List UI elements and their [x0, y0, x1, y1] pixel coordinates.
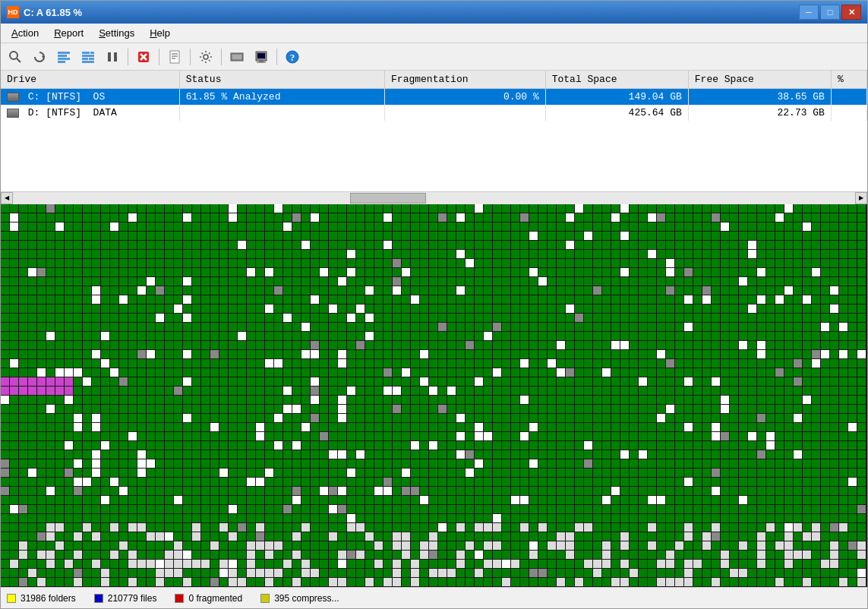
drive-c-pct [831, 89, 866, 106]
fragmented-icon [175, 594, 184, 603]
minimize-button[interactable]: ─ [799, 5, 819, 20]
menu-settings[interactable]: Settings [91, 25, 142, 41]
fragmented-label: 0 fragmented [188, 593, 242, 604]
title-bar: HD C: A 61.85 % ─ □ ✕ [1, 1, 867, 24]
drive-d-free: 22.73 GB [688, 105, 831, 121]
defrag-offline-button[interactable] [226, 46, 248, 68]
drive-d-label: D: [NTFS] DATA [1, 105, 179, 121]
table-row[interactable]: C: [NTFS] OS 61.85 % Analyzed 0.00 % 149… [1, 89, 867, 106]
maximize-button[interactable]: □ [820, 5, 840, 20]
drive-table: Drive Status Fragmentation Total Space F… [1, 71, 867, 121]
col-total-space: Total Space [545, 71, 688, 89]
svg-point-22 [204, 55, 208, 59]
svg-rect-10 [82, 58, 88, 60]
frag-canvas [1, 204, 867, 587]
svg-rect-13 [108, 52, 111, 62]
refresh-button[interactable] [28, 46, 51, 68]
status-compressed: 395 compress... [260, 593, 339, 604]
svg-rect-26 [257, 53, 265, 58]
boot-defrag-button[interactable] [250, 46, 273, 68]
analyze-button[interactable] [4, 46, 27, 68]
folders-label: 31986 folders [21, 593, 76, 604]
svg-rect-6 [58, 61, 65, 63]
stop-button[interactable] [132, 46, 155, 68]
main-window: HD C: A 61.85 % ─ □ ✕ Action Report Sett… [0, 0, 868, 609]
svg-rect-12 [82, 61, 94, 63]
files-icon [94, 594, 103, 603]
status-files: 210779 files [94, 593, 157, 604]
window-controls: ─ □ ✕ [799, 5, 861, 20]
toolbar-sep-5 [276, 49, 277, 65]
report-button[interactable] [163, 46, 186, 68]
svg-rect-18 [170, 51, 179, 63]
drive-d-fragmentation [385, 105, 546, 121]
drive-d-pct [831, 105, 866, 121]
drive-c-label: C: [NTFS] OS [1, 89, 179, 106]
close-button[interactable]: ✕ [841, 5, 861, 20]
files-label: 210779 files [108, 593, 157, 604]
app-icon: HD [7, 6, 19, 18]
drive-c-free: 38.65 GB [688, 89, 831, 106]
svg-rect-14 [114, 52, 117, 62]
toolbar: ? [1, 43, 867, 71]
scroll-track[interactable] [13, 192, 855, 204]
drive-c-total: 149.04 GB [545, 89, 688, 106]
menu-report[interactable]: Report [46, 25, 91, 41]
svg-text:?: ? [290, 52, 295, 63]
col-drive: Drive [1, 71, 179, 89]
col-status: Status [179, 71, 384, 89]
drive-d-status [179, 105, 384, 121]
menu-bar: Action Report Settings Help [1, 24, 867, 43]
drive-icon [7, 109, 19, 118]
folders-icon [7, 594, 16, 603]
scroll-right-button[interactable]: ▶ [855, 192, 867, 204]
svg-rect-11 [89, 58, 94, 60]
toolbar-sep-2 [159, 49, 159, 65]
col-free-space: Free Space [688, 71, 831, 89]
svg-rect-8 [90, 52, 94, 54]
svg-point-0 [10, 52, 17, 59]
scroll-thumb[interactable] [350, 193, 426, 204]
drive-icon [7, 93, 19, 102]
drive-c-fragmentation: 0.00 % [385, 89, 546, 106]
defrag-button[interactable] [77, 46, 99, 68]
status-fragmented: 0 fragmented [175, 593, 242, 604]
help-button[interactable]: ? [281, 46, 304, 68]
svg-rect-5 [58, 58, 70, 60]
toolbar-sep-4 [221, 49, 222, 65]
compressed-icon [260, 594, 270, 603]
toolbar-sep-3 [190, 49, 191, 65]
drive-d-total: 425.64 GB [545, 105, 688, 121]
defrag-all-button[interactable] [52, 46, 75, 68]
window-title: C: A 61.85 % [24, 7, 799, 18]
svg-rect-7 [82, 52, 90, 54]
svg-line-1 [17, 58, 21, 62]
horizontal-scrollbar: ◀ ▶ [1, 192, 867, 204]
toolbar-sep-1 [128, 49, 128, 65]
settings-button[interactable] [194, 46, 217, 68]
pause-button[interactable] [101, 46, 124, 68]
col-fragmentation: Fragmentation [385, 71, 546, 89]
table-row[interactable]: D: [NTFS] DATA 425.64 GB 22.73 GB [1, 105, 867, 121]
menu-help[interactable]: Help [142, 25, 178, 41]
drive-c-status: 61.85 % Analyzed [179, 89, 384, 106]
col-pct: % [831, 71, 866, 89]
svg-rect-24 [232, 55, 241, 59]
menu-action[interactable]: Action [4, 25, 46, 41]
status-bar: 31986 folders 210779 files 0 fragmented … [1, 587, 867, 608]
svg-rect-3 [58, 52, 70, 54]
scroll-left-button[interactable]: ◀ [1, 192, 13, 204]
fragmentation-map [1, 204, 867, 587]
svg-rect-9 [82, 55, 94, 57]
status-folders: 31986 folders [7, 593, 76, 604]
svg-rect-4 [58, 55, 67, 57]
drive-table-container: Drive Status Fragmentation Total Space F… [1, 71, 867, 192]
compressed-label: 395 compress... [274, 593, 339, 604]
